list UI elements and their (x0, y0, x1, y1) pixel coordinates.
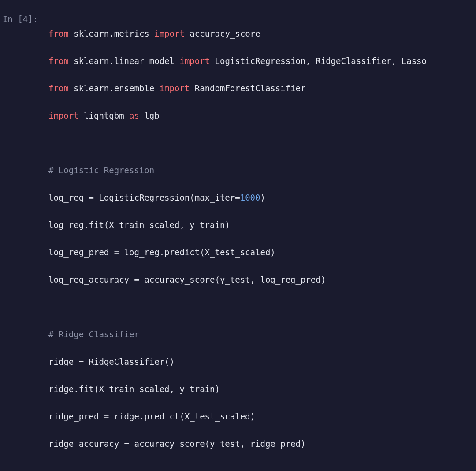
code-comment: # Logistic Regression (48, 164, 472, 177)
keyword-as: as (129, 111, 139, 120)
code-text: LogisticRegression, RidgeClassifier, Las… (210, 56, 427, 66)
code-line: import lightgbm as lgb (48, 109, 472, 123)
code-line: log_reg_pred = log_reg.predict(X_test_sc… (48, 246, 472, 259)
code-line: ridge = RidgeClassifier() (48, 355, 472, 369)
code-line: log_reg.fit(X_train_scaled, y_train) (48, 218, 472, 232)
code-line: log_reg_accuracy = accuracy_score(y_test… (48, 273, 472, 287)
code-line: ridge_accuracy = accuracy_score(y_test, … (48, 437, 472, 451)
keyword-import: import (160, 83, 190, 93)
code-line: from sklearn.metrics import accuracy_sco… (48, 27, 472, 41)
keyword-from: from (48, 29, 69, 38)
keyword-import: import (179, 56, 210, 66)
keyword-import: import (48, 111, 79, 120)
code-text: sklearn.linear_model (69, 56, 180, 66)
code-text: sklearn.metrics (69, 29, 154, 38)
code-line: ridge_pred = ridge.predict(X_test_scaled… (48, 410, 472, 423)
code-line: from sklearn.linear_model import Logisti… (48, 54, 472, 68)
code-text: lgb (139, 111, 160, 120)
code-comment: # Ridge Classifier (48, 328, 472, 341)
blank-line (48, 300, 472, 314)
code-line: log_reg = LogisticRegression(max_iter=10… (48, 191, 472, 205)
code-text: RandomForestClassifier (190, 83, 305, 93)
cell-prompt: In [4]: (0, 5, 44, 471)
code-text: ) (260, 193, 265, 202)
code-editor[interactable]: from sklearn.metrics import accuracy_sco… (44, 5, 476, 471)
keyword-from: from (48, 83, 69, 93)
blank-line (48, 136, 472, 150)
code-line: from sklearn.ensemble import RandomFores… (48, 82, 472, 95)
blank-line (48, 464, 472, 471)
notebook-cell: In [4]: from sklearn.metrics import accu… (0, 0, 476, 471)
code-text: accuracy_score (185, 29, 260, 38)
code-text: lightgbm (79, 111, 129, 120)
code-text: sklearn.ensemble (69, 83, 160, 93)
code-text: log_reg = LogisticRegression(max_iter= (48, 193, 240, 202)
code-line: ridge.fit(X_train_scaled, y_train) (48, 382, 472, 396)
keyword-import: import (154, 29, 185, 38)
keyword-from: from (48, 56, 69, 66)
number-literal: 1000 (240, 193, 260, 202)
